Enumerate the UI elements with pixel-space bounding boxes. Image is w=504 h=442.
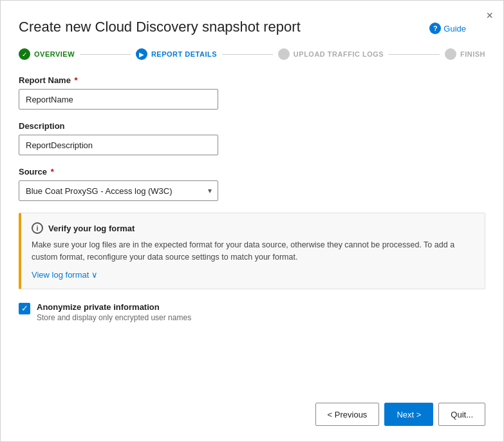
close-button[interactable]: ×	[486, 10, 493, 21]
step-upload-logs-label: UPLOAD TRAFFIC LOGS	[294, 50, 384, 58]
source-required: *	[48, 167, 54, 177]
report-name-required: *	[72, 75, 78, 85]
info-box-header: i Verify your log format	[32, 222, 474, 234]
description-label: Description	[19, 121, 485, 131]
step-overview-circle: ✓	[19, 48, 30, 60]
source-label: Source *	[19, 167, 485, 177]
step-line-1	[80, 54, 131, 55]
previous-button[interactable]: < Previous	[315, 403, 380, 426]
step-finish: FINISH	[445, 48, 485, 60]
report-name-label: Report Name *	[19, 75, 485, 85]
anonymize-label: Anonymize private information	[37, 302, 191, 312]
quit-button[interactable]: Quit...	[438, 403, 485, 426]
info-box-text: Make sure your log files are in the expe…	[32, 239, 474, 264]
anonymize-sublabel: Store and display only encrypted user na…	[37, 313, 191, 322]
checkmark-icon: ✓	[21, 304, 28, 312]
verify-log-format-box: i Verify your log format Make sure your …	[19, 213, 485, 289]
guide-link[interactable]: ? Guide	[429, 23, 466, 34]
next-button[interactable]: Next >	[384, 403, 433, 426]
anonymize-checkbox[interactable]: ✓	[19, 303, 30, 314]
source-field: Source * Blue Coat ProxySG - Access log …	[19, 167, 485, 201]
step-upload-logs: UPLOAD TRAFFIC LOGS	[278, 48, 384, 60]
step-finish-label: FINISH	[460, 50, 485, 58]
source-select[interactable]: Blue Coat ProxySG - Access log (W3C) Cis…	[19, 180, 218, 201]
description-input[interactable]	[19, 135, 218, 155]
report-name-field: Report Name *	[19, 75, 485, 110]
create-snapshot-dialog: × Create new Cloud Discovery snapshot re…	[0, 0, 504, 442]
step-line-3	[389, 54, 440, 55]
step-overview: ✓ OVERVIEW	[19, 48, 75, 60]
dialog-content: Report Name * Description Source * Blue …	[1, 60, 503, 392]
guide-icon: ?	[429, 23, 441, 34]
description-field: Description	[19, 121, 485, 155]
step-report-details-circle: ▶	[136, 48, 147, 60]
anonymize-label-group: Anonymize private information Store and …	[37, 302, 191, 322]
step-overview-label: OVERVIEW	[34, 50, 75, 58]
dialog-title: Create new Cloud Discovery snapshot repo…	[19, 19, 301, 35]
dialog-header: Create new Cloud Discovery snapshot repo…	[1, 1, 503, 35]
guide-label: Guide	[443, 24, 466, 34]
report-name-input[interactable]	[19, 89, 218, 110]
info-box-title: Verify your log format	[48, 224, 135, 233]
step-report-details: ▶ REPORT DETAILS	[136, 48, 217, 60]
stepper: ✓ OVERVIEW ▶ REPORT DETAILS UPLOAD TRAFF…	[1, 35, 503, 60]
anonymize-group: ✓ Anonymize private information Store an…	[19, 302, 485, 322]
view-log-format-link[interactable]: View log format ∨	[32, 270, 474, 280]
view-log-chevron-icon: ∨	[91, 270, 98, 280]
step-upload-logs-circle	[278, 48, 290, 60]
step-line-2	[222, 54, 273, 55]
source-select-wrapper: Blue Coat ProxySG - Access log (W3C) Cis…	[19, 180, 218, 201]
step-finish-circle	[445, 48, 456, 60]
dialog-footer: < Previous Next > Quit...	[1, 392, 503, 441]
step-report-details-label: REPORT DETAILS	[151, 50, 217, 58]
info-icon: i	[32, 222, 43, 234]
